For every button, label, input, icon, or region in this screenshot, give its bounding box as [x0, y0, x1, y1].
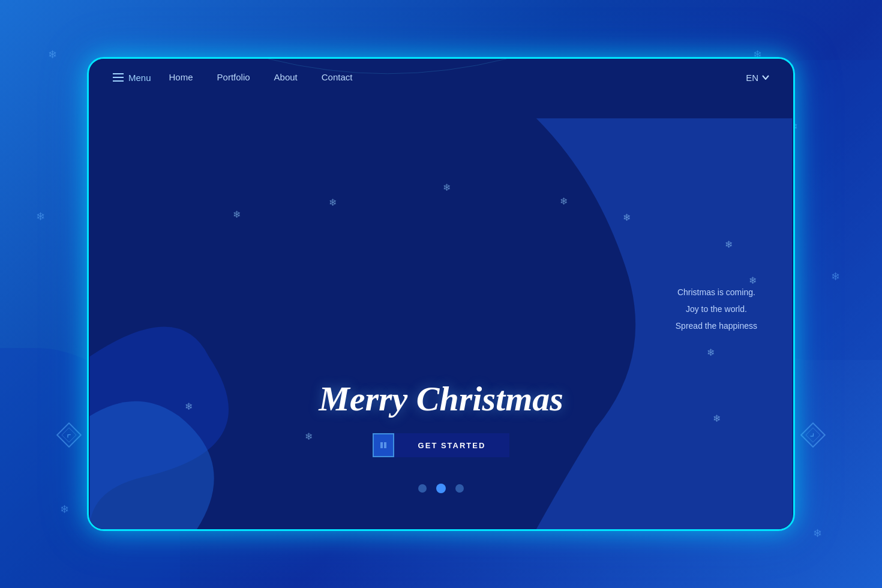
tagline-line2: Joy to the world.	[676, 301, 757, 317]
chevron-down-icon	[762, 75, 769, 80]
hero-content: Merry Christmas GET STARTED	[89, 379, 793, 457]
right-arrow-icon	[808, 430, 818, 440]
nav-home[interactable]: Home	[169, 72, 193, 83]
outer-snowflake: ❄	[831, 270, 840, 283]
snowflake-3: ❄	[443, 182, 451, 193]
screen-container: Menu Home Portfolio About Contact EN	[87, 57, 795, 531]
play-icon	[379, 441, 388, 449]
menu-label: Menu	[128, 73, 151, 83]
cta-button[interactable]: GET STARTED	[394, 433, 510, 457]
nav-about[interactable]: About	[274, 72, 298, 83]
pagination-dot-2[interactable]	[436, 484, 446, 493]
nav-links: Home Portfolio About Contact	[169, 72, 353, 83]
snowflake-5: ❄	[623, 212, 631, 223]
svg-rect-6	[380, 442, 383, 448]
menu-button[interactable]: Menu	[113, 73, 151, 83]
side-tagline: Christmas is coming. Joy to the world. S…	[676, 284, 757, 334]
outer-snowflake: ❄	[813, 527, 822, 540]
snowflake-10: ❄	[725, 239, 733, 250]
outer-snowflake: ❄	[60, 503, 69, 516]
snowflake-2: ❄	[329, 197, 337, 208]
nav-contact[interactable]: Contact	[322, 72, 353, 83]
snowflake-1: ❄	[233, 209, 241, 220]
diamond-inner	[61, 427, 76, 442]
snowflake-8: ❄	[707, 347, 715, 358]
pagination-dot-3[interactable]	[455, 484, 464, 493]
tagline-line1: Christmas is coming.	[676, 284, 757, 301]
snowflake-4: ❄	[560, 196, 568, 207]
pagination-dots	[418, 484, 464, 493]
left-arrow-icon	[64, 430, 74, 440]
language-label: EN	[746, 73, 758, 83]
pagination-dot-1[interactable]	[418, 484, 427, 493]
outer-snowflake: ❄	[48, 48, 57, 61]
tagline-line3: Spread the happiness	[676, 317, 757, 334]
hamburger-icon	[113, 73, 124, 82]
svg-rect-7	[384, 442, 386, 448]
right-diamond-decoration	[800, 422, 826, 448]
outer-snowflake: ❄	[36, 210, 45, 223]
nav-portfolio[interactable]: Portfolio	[217, 72, 250, 83]
hero-title: Merry Christmas	[89, 379, 793, 419]
navbar: Menu Home Portfolio About Contact EN	[89, 59, 793, 96]
btn-icon-box	[373, 433, 394, 457]
language-selector[interactable]: EN	[746, 73, 769, 83]
get-started-button[interactable]: GET STARTED	[373, 433, 510, 457]
diamond-inner	[805, 427, 820, 442]
